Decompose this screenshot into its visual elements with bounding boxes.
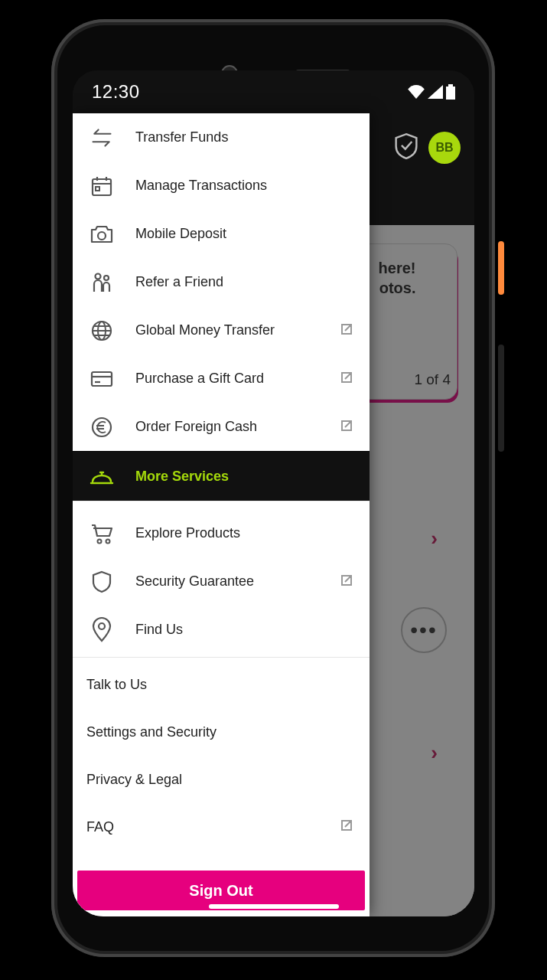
menu-item-explore-products[interactable]: Explore Products <box>73 509 370 557</box>
status-time: 12:30 <box>92 81 140 103</box>
menu-item-manage-transactions[interactable]: Manage Transactions <box>73 162 370 210</box>
external-link-icon <box>339 322 356 340</box>
menu-item-transfer-funds[interactable]: Transfer Funds <box>73 113 370 162</box>
sign-out-label: Sign Out <box>189 882 252 900</box>
svg-rect-0 <box>446 87 455 100</box>
menu-label: FAQ <box>86 819 328 835</box>
menu-label: Privacy & Legal <box>86 772 328 788</box>
svg-rect-1 <box>448 84 453 87</box>
menu-label: Settings and Security <box>86 724 328 740</box>
menu-item-privacy-and-legal[interactable]: Privacy & Legal <box>73 756 370 803</box>
svg-rect-4 <box>96 187 99 191</box>
euro-icon <box>82 416 122 439</box>
menu-item-find-us[interactable]: Find Us <box>73 606 370 654</box>
transfer-icon <box>82 128 122 148</box>
cellular-icon <box>428 85 443 99</box>
menu-item-faq[interactable]: FAQ <box>73 803 370 851</box>
external-link-icon <box>339 370 356 388</box>
wifi-icon <box>408 85 425 99</box>
avatar[interactable]: BB <box>428 132 461 164</box>
android-nav-bar[interactable] <box>73 904 474 909</box>
shield-check-icon[interactable] <box>395 133 418 162</box>
location-pin-icon <box>82 618 122 642</box>
external-link-icon <box>339 573 356 591</box>
menu-label: More Services <box>135 469 325 485</box>
screen: 12:30 BB <box>73 70 474 916</box>
menu-label: Mobile Deposit <box>135 226 325 242</box>
globe-icon <box>82 319 122 342</box>
svg-point-20 <box>106 539 110 543</box>
menu-label: Manage Transactions <box>135 178 325 194</box>
people-icon <box>82 271 122 294</box>
svg-point-9 <box>104 276 109 280</box>
status-bar: 12:30 <box>73 70 474 113</box>
external-link-icon <box>339 418 356 436</box>
external-link-icon <box>339 818 356 836</box>
svg-point-18 <box>93 418 111 436</box>
svg-point-7 <box>98 232 106 240</box>
navigation-drawer: Transfer Funds Manage Transactions Mobil… <box>73 113 370 916</box>
menu-label: Order Foreign Cash <box>135 419 325 435</box>
menu-label: Transfer Funds <box>135 129 325 145</box>
menu-item-refer-a-friend[interactable]: Refer a Friend <box>73 258 370 306</box>
bell-service-icon <box>82 466 122 486</box>
menu-label: Purchase a Gift Card <box>135 371 325 387</box>
shield-icon <box>82 570 122 593</box>
menu-label: Find Us <box>135 622 325 638</box>
calendar-icon <box>82 175 122 197</box>
menu-label: Security Guarantee <box>135 573 325 590</box>
menu-item-more-services[interactable]: More Services <box>73 451 370 501</box>
svg-rect-15 <box>92 372 112 386</box>
device-side-button-bottom <box>498 345 504 452</box>
nav-pill <box>209 904 339 909</box>
cart-icon <box>82 523 122 544</box>
card-icon <box>82 371 122 387</box>
menu-label: Global Money Transfer <box>135 322 325 338</box>
svg-point-19 <box>98 539 102 543</box>
svg-point-21 <box>99 623 105 629</box>
device-side-button-top <box>498 241 504 295</box>
menu-label: Talk to Us <box>86 677 328 693</box>
menu-item-settings-and-security[interactable]: Settings and Security <box>73 708 370 756</box>
menu-label: Refer a Friend <box>135 274 325 290</box>
svg-point-8 <box>96 273 101 279</box>
menu-label: Explore Products <box>135 525 325 541</box>
menu-item-security-guarantee[interactable]: Security Guarantee <box>73 557 370 606</box>
avatar-initials: BB <box>435 141 453 155</box>
menu-item-global-money-transfer[interactable]: Global Money Transfer <box>73 306 370 354</box>
menu-item-purchase-gift-card[interactable]: Purchase a Gift Card <box>73 354 370 403</box>
menu-item-mobile-deposit[interactable]: Mobile Deposit <box>73 210 370 258</box>
menu-item-talk-to-us[interactable]: Talk to Us <box>73 661 370 708</box>
battery-icon <box>446 84 455 100</box>
menu-item-order-foreign-cash[interactable]: Order Foreign Cash <box>73 403 370 451</box>
camera-icon <box>82 224 122 244</box>
